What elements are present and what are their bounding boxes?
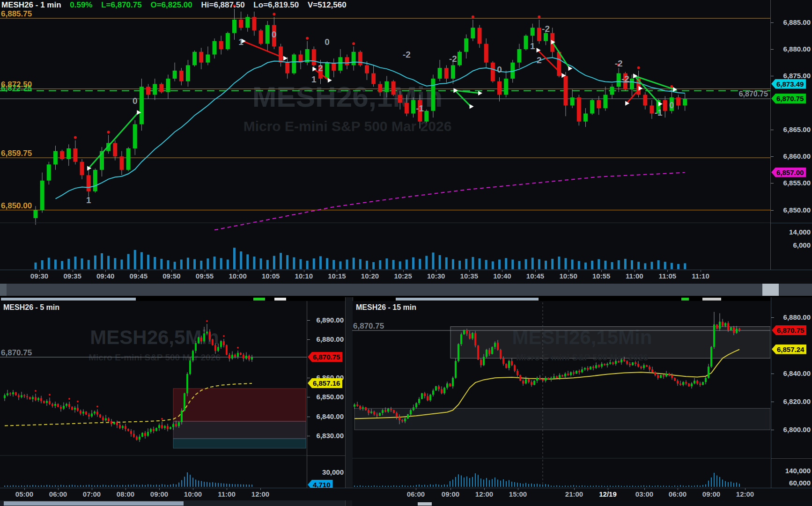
volume-bar bbox=[372, 262, 375, 269]
chart-15min-scrollbar[interactable] bbox=[352, 500, 812, 506]
candle-body bbox=[474, 333, 476, 345]
swing-high-dot bbox=[637, 66, 640, 69]
candle-body bbox=[531, 382, 532, 385]
candle-body bbox=[91, 414, 93, 417]
volume-bar bbox=[204, 482, 205, 487]
signal-number-label: 0 bbox=[497, 65, 502, 74]
candle-body bbox=[443, 388, 445, 393]
candle-body bbox=[164, 426, 166, 428]
volume-bar bbox=[371, 486, 372, 487]
chart-15min-price-axis[interactable]: 6,880.006,840.006,820.006,800.00140,0006… bbox=[771, 297, 812, 488]
chart-5min-scrollbar[interactable] bbox=[0, 500, 345, 506]
volume-bar bbox=[391, 486, 391, 487]
volume-bar bbox=[354, 485, 355, 487]
candle-body bbox=[573, 372, 575, 374]
candle-body bbox=[245, 17, 250, 28]
bottom-time-axis-row[interactable]: 05:0006:0007:0008:0009:0010:0011:0012:00… bbox=[0, 488, 812, 500]
chart-1min-canvas[interactable]: MESH26,1MinMicro E-mini S&P 500 Mar 2026… bbox=[0, 0, 770, 270]
time-tick-label: 06:00 bbox=[407, 490, 425, 498]
volume-bar bbox=[407, 486, 408, 487]
scrollbar-thumb[interactable] bbox=[762, 284, 779, 296]
volume-bar bbox=[584, 486, 585, 487]
candle-body bbox=[455, 361, 457, 378]
candle-body bbox=[410, 410, 412, 414]
volume-bar bbox=[150, 484, 151, 487]
line-price-label: 6,870.75 bbox=[1, 348, 32, 357]
axis-tick bbox=[574, 488, 575, 490]
time-tick-label: 09:35 bbox=[63, 272, 81, 280]
volume-bar bbox=[393, 485, 394, 487]
chart-15min-canvas[interactable]: MESH26,15MinMicro E-mini S&P 500 Mar 202… bbox=[352, 297, 770, 488]
volume-bar bbox=[266, 260, 269, 269]
volume-bar bbox=[551, 485, 552, 487]
chart-5min-scrollbar-thumb[interactable] bbox=[4, 501, 184, 506]
volume-bar bbox=[103, 485, 103, 487]
volume-bar bbox=[587, 486, 588, 487]
volume-bar bbox=[406, 259, 408, 269]
chart-5min-canvas[interactable]: MESH26,5MinMicro E-mini S&P 500 Mar 2026… bbox=[0, 297, 307, 488]
candle-body bbox=[352, 52, 356, 66]
volume-bar bbox=[520, 483, 521, 487]
candle-body bbox=[421, 393, 423, 399]
candle-body bbox=[345, 57, 349, 65]
volume-bar bbox=[436, 484, 436, 487]
volume-bar bbox=[21, 485, 22, 487]
candle-body bbox=[384, 410, 386, 411]
candle-body bbox=[519, 375, 521, 381]
scrollbar-left-button[interactable] bbox=[0, 284, 7, 296]
volume-bar bbox=[41, 260, 44, 269]
candle-body bbox=[206, 54, 210, 62]
axis-tick bbox=[193, 488, 193, 490]
time-tick-label: 06:00 bbox=[49, 490, 67, 498]
axis-tick bbox=[771, 49, 774, 50]
price-badge: 6,857.24 bbox=[772, 345, 806, 354]
candle-body bbox=[365, 407, 367, 410]
candle-body bbox=[368, 410, 369, 413]
candle-body bbox=[657, 375, 659, 378]
volume-bar bbox=[233, 248, 236, 269]
candle-body bbox=[702, 382, 704, 385]
candle-body bbox=[399, 417, 400, 420]
candle-body bbox=[528, 379, 530, 382]
chart-15min-title: MESH26 - 15 min bbox=[356, 303, 416, 312]
scale-divider bbox=[771, 223, 812, 223]
swing-high-dot bbox=[77, 401, 79, 403]
volume-bar bbox=[556, 485, 557, 487]
candle-body bbox=[66, 148, 71, 159]
line-price-label: 6,859.75 bbox=[1, 149, 32, 158]
candle-body bbox=[491, 347, 493, 354]
candle-body bbox=[401, 420, 403, 421]
candle-body bbox=[87, 175, 91, 191]
candle-body bbox=[564, 76, 568, 105]
volume-bar bbox=[223, 484, 224, 487]
candle-body bbox=[559, 375, 561, 378]
volume-bar bbox=[80, 485, 81, 487]
volume-bar bbox=[655, 486, 656, 487]
volume-bar bbox=[548, 484, 549, 487]
volume-bar bbox=[511, 482, 512, 487]
axis-tick bbox=[307, 397, 310, 397]
volume-bar bbox=[677, 486, 678, 487]
candle-body bbox=[691, 383, 693, 386]
volume-bar bbox=[240, 251, 242, 269]
chart-1min-time-axis[interactable]: 09:3009:3509:4009:4509:5009:5510:0010:05… bbox=[0, 270, 812, 284]
chart-5min-price-axis[interactable]: 6,890.006,880.006,860.006,850.006,840.00… bbox=[307, 301, 346, 488]
volume-bar bbox=[195, 480, 196, 487]
volume-bar bbox=[598, 259, 600, 269]
time-tick-label: 10:50 bbox=[559, 272, 577, 280]
chart-15min-scrollbar-thumb[interactable] bbox=[418, 502, 432, 506]
axis-tick bbox=[535, 270, 536, 272]
candle-body bbox=[57, 404, 59, 407]
volume-bar bbox=[178, 483, 179, 487]
candle-body bbox=[71, 407, 73, 410]
volume-bar bbox=[624, 259, 627, 269]
price-tick-label: 6,850.00 bbox=[783, 206, 811, 214]
volume-bar bbox=[649, 485, 650, 487]
trend-line bbox=[89, 112, 138, 168]
main-horizontal-scrollbar[interactable] bbox=[0, 284, 812, 296]
price-badge: 6,870.75 bbox=[771, 94, 806, 103]
candle-body bbox=[139, 437, 140, 440]
chart-1min-price-axis[interactable]: 6,885.006,880.006,875.006,865.006,860.00… bbox=[770, 0, 812, 270]
signal-number-label: 0 bbox=[325, 37, 330, 47]
signal-number-label: 0 bbox=[133, 96, 138, 106]
